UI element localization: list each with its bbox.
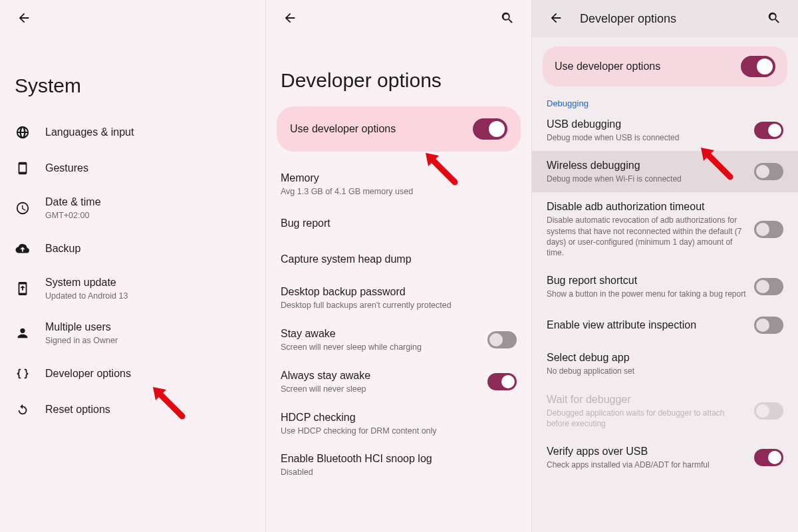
row-developer-options[interactable]: Developer options [0, 356, 265, 392]
row-subtitle: Debugged application waits for debugger … [547, 408, 746, 429]
row-title: Enable Bluetooth HCI snoop log [281, 452, 517, 466]
setting-row[interactable]: HDCP checkingUse HDCP checking for DRM c… [266, 403, 531, 445]
use-developer-options-toggle[interactable] [741, 56, 775, 77]
use-developer-options-banner[interactable]: Use developer options [277, 106, 521, 152]
row-reset-options[interactable]: Reset options [0, 392, 265, 428]
row-title: Enable view attribute inspection [547, 319, 746, 332]
row-subtitle: Signed in as Owner [45, 335, 251, 346]
row-title: Memory [281, 172, 517, 185]
row-title: Bug report [281, 217, 517, 230]
banner-label: Use developer options [290, 123, 473, 135]
row-subtitle: Disabled [281, 467, 517, 478]
row-title: Bug report shortcut [547, 274, 746, 287]
toggle-switch[interactable] [487, 373, 517, 390]
toggle-switch[interactable] [754, 449, 783, 466]
arrow-left-icon [283, 11, 297, 27]
page-title: Developer options [266, 37, 531, 106]
row-subtitle: Desktop full backups aren't currently pr… [281, 300, 517, 311]
row-system-update[interactable]: System update Updated to Android 13 [0, 267, 265, 311]
setting-row[interactable]: Verify apps over USBCheck apps installed… [532, 437, 798, 478]
row-title: USB debugging [547, 118, 746, 131]
toggle-switch[interactable] [754, 221, 783, 238]
topbar-title: Developer options [569, 12, 761, 26]
row-backup[interactable]: Backup [0, 231, 265, 267]
row-subtitle: Use HDCP checking for DRM content only [281, 426, 517, 437]
row-title: Wireless debugging [547, 159, 746, 172]
setting-row[interactable]: Disable adb authorization timeoutDisable… [532, 192, 798, 266]
toggle-switch[interactable] [754, 122, 783, 139]
row-title: System update [45, 276, 251, 289]
setting-row[interactable]: Always stay awakeScreen will never sleep [266, 361, 531, 403]
row-title: Gestures [45, 162, 251, 175]
row-title: Desktop backup password [281, 285, 517, 299]
page-title: System [0, 37, 265, 114]
row-subtitle: Debug mode when USB is connected [547, 132, 746, 143]
row-title: Disable adb authorization timeout [547, 200, 746, 213]
topbar [0, 0, 265, 37]
topbar: Developer options [532, 0, 798, 37]
row-subtitle: Avg 1.3 GB of 4.1 GB memory used [281, 186, 517, 198]
search-icon [767, 11, 781, 27]
row-title: Multiple users [45, 321, 251, 334]
row-subtitle: Debug mode when Wi-Fi is connected [547, 174, 746, 184]
row-subtitle: Disable automatic revocation of adb auth… [547, 215, 746, 258]
row-subtitle: GMT+02:00 [45, 210, 251, 221]
setting-row[interactable]: Desktop backup passwordDesktop full back… [266, 277, 531, 319]
use-developer-options-toggle[interactable] [473, 118, 507, 140]
setting-row[interactable]: Enable Bluetooth HCI snoop logDisabled [266, 444, 531, 486]
setting-row[interactable]: USB debuggingDebug mode when USB is conn… [532, 110, 798, 151]
toggle-switch[interactable] [754, 163, 783, 180]
arrow-left-icon [549, 11, 563, 27]
search-button[interactable] [494, 5, 521, 32]
row-title: Reset options [45, 403, 251, 416]
person-icon [15, 325, 31, 341]
gestures-icon [15, 160, 31, 176]
braces-icon [15, 366, 31, 382]
row-title: Date & time [45, 196, 251, 209]
search-icon [500, 11, 515, 27]
setting-row[interactable]: Capture system heap dump [266, 241, 531, 277]
globe-icon [15, 124, 31, 140]
setting-row[interactable]: Enable view attribute inspection [532, 307, 798, 343]
back-button[interactable] [277, 5, 303, 32]
row-title: Capture system heap dump [281, 253, 517, 266]
developer-options-screen: Developer options Use developer options … [266, 0, 532, 532]
row-title: Wait for debugger [547, 393, 746, 406]
row-subtitle: Updated to Android 13 [45, 291, 251, 302]
setting-row[interactable]: Select debug appNo debug application set [532, 343, 798, 384]
row-subtitle: Screen will never sleep while charging [281, 342, 479, 353]
setting-row[interactable]: Bug report shortcutShow a button in the … [532, 266, 798, 307]
reset-icon [15, 402, 31, 418]
setting-row: Wait for debuggerDebugged application wa… [532, 385, 798, 437]
system-settings-screen: System Languages & input Gestures Date &… [0, 0, 266, 532]
system-update-icon [15, 281, 31, 297]
clock-icon [15, 200, 31, 216]
row-title: HDCP checking [281, 411, 517, 424]
toggle-switch[interactable] [487, 331, 517, 348]
setting-row[interactable]: Bug report [266, 205, 531, 241]
back-button[interactable] [11, 5, 37, 32]
back-button[interactable] [543, 5, 569, 32]
search-button[interactable] [761, 5, 787, 32]
banner-label: Use developer options [555, 61, 741, 72]
setting-row[interactable]: MemoryAvg 1.3 GB of 4.1 GB memory used [266, 164, 531, 205]
row-languages-input[interactable]: Languages & input [0, 114, 265, 150]
row-title: Backup [45, 242, 251, 255]
setting-row[interactable]: Wireless debuggingDebug mode when Wi-Fi … [532, 151, 798, 192]
setting-row[interactable]: Stay awakeScreen will never sleep while … [266, 319, 531, 361]
row-title: Developer options [45, 367, 251, 380]
row-subtitle: Show a button in the power menu for taki… [547, 289, 746, 299]
toggle-switch[interactable] [754, 278, 783, 295]
section-label-debugging: Debugging [532, 93, 798, 110]
row-title: Verify apps over USB [547, 445, 746, 458]
row-date-time[interactable]: Date & time GMT+02:00 [0, 186, 265, 231]
row-title: Always stay awake [281, 369, 479, 382]
row-subtitle: Check apps installed via ADB/ADT for har… [547, 460, 746, 470]
use-developer-options-banner[interactable]: Use developer options [543, 47, 787, 86]
toggle-switch[interactable] [754, 317, 783, 334]
arrow-left-icon [17, 11, 31, 27]
row-multiple-users[interactable]: Multiple users Signed in as Owner [0, 311, 265, 356]
row-title: Stay awake [281, 327, 479, 340]
row-gestures[interactable]: Gestures [0, 150, 265, 186]
topbar [266, 0, 531, 37]
